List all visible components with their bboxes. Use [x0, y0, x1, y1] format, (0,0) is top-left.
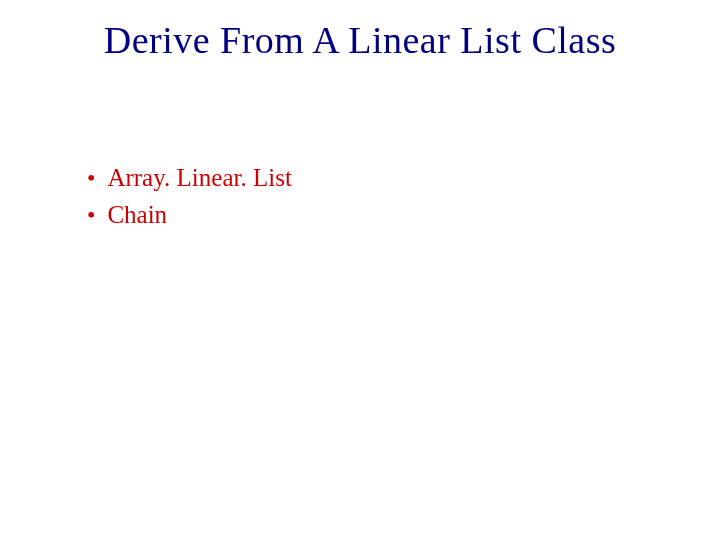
slide-container: Derive From A Linear List Class • Array.…: [0, 0, 720, 540]
bullet-text: Array. Linear. List: [107, 160, 291, 195]
bullet-text: Chain: [107, 197, 167, 232]
bullet-list: • Array. Linear. List • Chain: [87, 160, 292, 232]
list-item: • Array. Linear. List: [87, 160, 292, 195]
bullet-icon: •: [87, 203, 95, 227]
bullet-icon: •: [87, 166, 95, 190]
list-item: • Chain: [87, 197, 292, 232]
slide-title: Derive From A Linear List Class: [0, 18, 720, 62]
slide-content: • Array. Linear. List • Chain: [87, 160, 292, 234]
